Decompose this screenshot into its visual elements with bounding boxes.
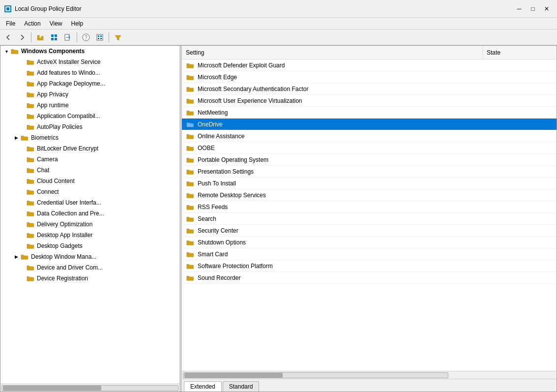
tree-item-bitlocker[interactable]: ▶ BitLocker Drive Encrypt: [0, 143, 179, 154]
svg-rect-11: [98, 35, 99, 37]
tab-extended[interactable]: Extended: [184, 381, 222, 392]
tree-item-app-privacy[interactable]: ▶ App Privacy: [0, 89, 179, 100]
tree-item-autoplay[interactable]: ▶ AutoPlay Policies: [0, 121, 179, 132]
toolbar-separator-2: [77, 32, 77, 42]
svg-rect-4: [55, 34, 57, 37]
list-item-search[interactable]: Search: [182, 213, 557, 225]
folder-icon-desktop-app: [26, 231, 35, 239]
folder-icon-data-collection: [26, 210, 35, 217]
list-item-online-assist[interactable]: Online Assistance: [182, 130, 557, 142]
list-item-defender[interactable]: Microsoft Defender Exploit Guard: [182, 60, 557, 71]
folder-icon-camera: [26, 155, 35, 163]
tab-standard[interactable]: Standard: [223, 381, 260, 392]
list-item-smart-card[interactable]: Smart Card: [182, 248, 557, 260]
tree-item-desktop-window[interactable]: ▶ Desktop Window Mana...: [0, 251, 179, 262]
tree-item-data-collection[interactable]: ▶ Data Collection and Pre...: [0, 208, 179, 219]
folder-icon-netmeeting: [186, 109, 195, 117]
folder-icon-user-exp: [186, 97, 195, 105]
properties-button[interactable]: [93, 31, 106, 43]
menu-help[interactable]: Help: [67, 19, 88, 28]
list-item-rss-feeds[interactable]: RSS Feeds: [182, 201, 557, 213]
list-item-sound-recorder[interactable]: Sound Recorder: [182, 272, 557, 284]
item-name-push-install: Push To Install: [198, 180, 484, 187]
close-button[interactable]: ✕: [540, 4, 553, 14]
main-content: ▾ Windows Components ▶ ActiveX Installer…: [0, 45, 557, 392]
left-hscroll-track[interactable]: [1, 385, 178, 391]
folder-up-button[interactable]: [34, 31, 47, 43]
tree-label-chat: Chat: [37, 167, 49, 174]
folder-icon-app-package: [26, 80, 35, 88]
tree-item-connect[interactable]: ▶ Connect: [0, 186, 179, 197]
tree-label-device-registration: Device Registration: [37, 275, 88, 282]
list-item-secondary-auth[interactable]: Microsoft Secondary Authentication Facto…: [182, 83, 557, 95]
maximize-button[interactable]: □: [527, 4, 539, 14]
tree-item-add-features[interactable]: ▶ Add features to Windo...: [0, 67, 179, 78]
item-name-software-prot: Software Protection Platform: [198, 263, 484, 270]
column-headers: Setting State: [182, 46, 557, 60]
tree-item-device-registration[interactable]: ▶ Device Registration: [0, 273, 179, 284]
tree-label-data-collection: Data Collection and Pre...: [37, 210, 104, 217]
folder-icon-chat: [26, 166, 35, 174]
list-item-user-exp[interactable]: Microsoft User Experience Virtualization: [182, 95, 557, 107]
list-item-push-install[interactable]: Push To Install: [182, 178, 557, 189]
list-item-edge[interactable]: Microsoft Edge: [182, 71, 557, 83]
list-item-security-center[interactable]: Security Center: [182, 225, 557, 237]
list-item-netmeeting[interactable]: NetMeeting: [182, 107, 557, 119]
tree-item-app-runtime[interactable]: ▶ App runtime: [0, 100, 179, 111]
tree-item-device-driver[interactable]: ▶ Device and Driver Com...: [0, 262, 179, 273]
minimize-button[interactable]: ─: [513, 4, 526, 14]
item-name-security-center: Security Center: [198, 227, 484, 234]
tree-label-desktop-gadgets: Desktop Gadgets: [37, 242, 83, 249]
left-pane-hscroll[interactable]: [0, 384, 179, 392]
menu-view[interactable]: View: [46, 19, 66, 28]
svg-rect-13: [100, 35, 102, 37]
view-button[interactable]: [48, 31, 60, 43]
col-header-setting[interactable]: Setting: [182, 46, 483, 59]
svg-text:?: ?: [85, 35, 88, 40]
tree-label-desktop-window: Desktop Window Mana...: [31, 253, 96, 260]
svg-rect-14: [100, 38, 102, 39]
left-hscroll-thumb[interactable]: [3, 386, 101, 391]
list-item-portable-os[interactable]: Portable Operating System: [182, 154, 557, 166]
svg-rect-12: [98, 38, 99, 39]
tree-item-delivery-opt[interactable]: ▶ Delivery Optimization: [0, 219, 179, 230]
folder-icon-remote-desktop: [186, 191, 195, 199]
tree-item-credential[interactable]: ▶ Credential User Interfa...: [0, 197, 179, 208]
tree-item-desktop-gadgets[interactable]: ▶ Desktop Gadgets: [0, 241, 179, 251]
list-item-shutdown[interactable]: Shutdown Options: [182, 237, 557, 248]
menu-file[interactable]: File: [2, 19, 19, 28]
col-header-state[interactable]: State: [483, 46, 557, 59]
list-item-oobe[interactable]: OOBE: [182, 142, 557, 154]
forward-button[interactable]: [16, 31, 29, 43]
tree-label-delivery-opt: Delivery Optimization: [37, 221, 92, 228]
right-pane-hscroll[interactable]: [182, 371, 557, 379]
tree-label-activex: ActiveX Installer Service: [37, 59, 100, 65]
right-hscroll-thumb[interactable]: [184, 373, 283, 378]
tree-item-camera[interactable]: ▶ Camera: [0, 154, 179, 165]
list-item-presentation[interactable]: Presentation Settings: [182, 166, 557, 178]
right-hscroll-track[interactable]: [183, 372, 448, 378]
help-button[interactable]: ?: [80, 31, 92, 43]
tree-item-chat[interactable]: ▶ Chat: [0, 165, 179, 176]
tree-label-cloud-content: Cloud Content: [37, 178, 75, 184]
list-item-remote-desktop[interactable]: Remote Desktop Services: [182, 189, 557, 201]
tree-item-cloud-content[interactable]: ▶ Cloud Content: [0, 176, 179, 186]
tree-item-biometrics[interactable]: ▶ Biometrics: [0, 132, 179, 143]
folder-icon-presentation: [186, 168, 195, 176]
tree-label-connect: Connect: [37, 188, 59, 195]
folder-icon-shutdown: [186, 239, 195, 246]
tree-item-windows-components[interactable]: ▾ Windows Components: [0, 46, 179, 57]
back-button[interactable]: [2, 31, 15, 43]
tree-label-app-compat: Application Compatibil...: [37, 113, 100, 120]
menu-action[interactable]: Action: [20, 19, 44, 28]
list-item-software-prot[interactable]: Software Protection Platform: [182, 260, 557, 272]
tree-item-app-compat[interactable]: ▶ Application Compatibil...: [0, 111, 179, 121]
tree-item-app-package[interactable]: ▶ App Package Deployme...: [0, 78, 179, 89]
tree-item-activex[interactable]: ▶ ActiveX Installer Service: [0, 57, 179, 67]
item-name-smart-card: Smart Card: [198, 251, 484, 258]
list-item-onedrive[interactable]: OneDrive: [182, 119, 557, 130]
export-button[interactable]: [61, 31, 74, 43]
filter-button[interactable]: [112, 31, 124, 43]
svg-rect-5: [51, 38, 54, 40]
tree-item-desktop-app[interactable]: ▶ Desktop App Installer: [0, 230, 179, 241]
